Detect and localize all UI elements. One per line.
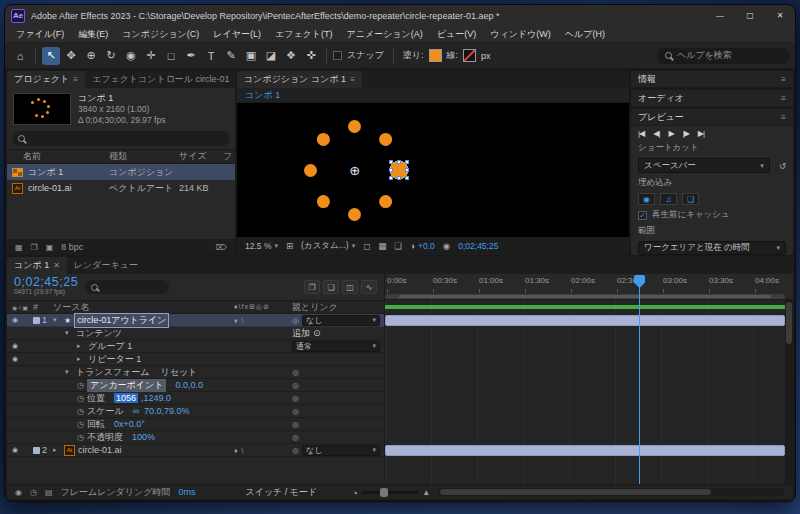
stopwatch-icon[interactable]: ◷: [77, 420, 84, 429]
zoom-out-mountain-icon[interactable]: ▲: [353, 489, 358, 495]
tab-composition[interactable]: コンポジション コンポ 1 ≡: [237, 71, 362, 88]
resolution-select[interactable]: (カスタム...) ▾: [301, 240, 355, 252]
selection-tool-icon[interactable]: ↖: [42, 47, 60, 65]
current-timecode[interactable]: 0;02;45;25: [14, 277, 78, 287]
opacity-label[interactable]: 不透明度: [87, 431, 123, 444]
rotation-label[interactable]: 回転: [87, 418, 105, 431]
timeline-zoom-control[interactable]: ▲ ▲: [353, 488, 430, 497]
composition-mini-flowchart-icon[interactable]: ❐: [304, 280, 320, 294]
close-button[interactable]: ✕: [765, 5, 795, 26]
repeater1-row[interactable]: ◉ ▸ リピーター 1: [7, 353, 384, 366]
menu-view[interactable]: ビュー(V): [430, 28, 483, 41]
menu-file[interactable]: ファイル(F): [9, 28, 71, 41]
graph-editor-icon[interactable]: ∿: [361, 280, 377, 294]
project-search-input[interactable]: [12, 131, 230, 146]
selection-handle[interactable]: [405, 168, 409, 172]
tab-audio[interactable]: オーディオ: [638, 92, 684, 105]
expand-arrow-icon[interactable]: ▸: [53, 446, 61, 454]
scale-value[interactable]: 70.0,79.0%: [144, 406, 190, 416]
puppet-tool-icon[interactable]: ✜: [302, 47, 320, 65]
label-color-chip[interactable]: [33, 447, 40, 454]
pen-tool-icon[interactable]: ✒: [182, 47, 200, 65]
selection-handle[interactable]: [389, 176, 393, 180]
home-tool-icon[interactable]: ⌂: [11, 47, 29, 65]
fill-color-swatch[interactable]: [429, 49, 442, 62]
project-row-ai[interactable]: Ai circle-01.ai ベクトルアート 214 KB: [7, 180, 235, 196]
layer2-duration-bar[interactable]: [385, 445, 785, 456]
layer-row-1[interactable]: ◉ 1 ▾ ★ circle-01アウトライン ♦ \ ◎ なし ▾: [7, 314, 384, 327]
new-composition-icon[interactable]: ▣: [46, 243, 54, 252]
pick-whip-icon[interactable]: ◎: [292, 407, 299, 416]
toggle-transfer-icon[interactable]: ▤: [45, 488, 53, 497]
menu-help[interactable]: ヘルプ(H): [558, 28, 612, 41]
maximize-button[interactable]: ▢: [735, 5, 765, 26]
layer-row-2[interactable]: ◉ 2 ▸ Ai circle-01.ai ♦ \ ◎ なし ▾: [7, 444, 384, 457]
pan-behind-tool-icon[interactable]: ✛: [142, 47, 160, 65]
type-tool-icon[interactable]: T: [202, 47, 220, 65]
timeline-track-area[interactable]: 0:00s 00:30s 01:00s 01:30s 02:00s 02:30s…: [385, 274, 793, 484]
panel-menu-icon[interactable]: ≡: [73, 75, 78, 84]
eye-icon[interactable]: ◉: [12, 342, 18, 349]
mask-visibility-icon[interactable]: ❏: [394, 241, 402, 251]
blend-mode-select[interactable]: 通常 ▾: [292, 341, 380, 352]
snapshot-camera-icon[interactable]: ◉: [443, 241, 450, 251]
camera-tool-icon[interactable]: ◉: [122, 47, 140, 65]
stopwatch-icon[interactable]: ◷: [77, 381, 84, 390]
previous-frame-button[interactable]: ◀|: [653, 129, 659, 138]
exposure-control[interactable]: ◑ +0.0: [410, 241, 435, 251]
zoom-slider-thumb[interactable]: [380, 488, 388, 497]
column-file[interactable]: フ: [223, 150, 235, 163]
viewer-timecode[interactable]: 0;02;45;25: [458, 241, 498, 251]
group1-row[interactable]: ◉ ▸ グループ 1 通常 ▾: [7, 340, 384, 353]
switches-modes-button[interactable]: スイッチ / モード: [245, 486, 317, 499]
brush-tool-icon[interactable]: ✎: [222, 47, 240, 65]
stopwatch-icon[interactable]: ◷: [77, 433, 84, 442]
panel-menu-icon[interactable]: ≡: [781, 113, 786, 122]
switches-column[interactable]: ♦\fx⊞◎⊘: [234, 303, 292, 311]
render-time-icon[interactable]: ◷: [30, 488, 37, 497]
comp-dot[interactable]: [314, 130, 332, 148]
timeline-search-input[interactable]: [85, 280, 169, 294]
anchor-point-label[interactable]: アンカーポイント: [87, 379, 166, 392]
contents-group-row[interactable]: ▾ コンテンツ 追加⊙: [7, 327, 384, 340]
scrollbar-thumb[interactable]: [786, 302, 792, 344]
selection-handle[interactable]: [405, 176, 409, 180]
pick-whip-icon[interactable]: ◎: [292, 446, 299, 455]
anchor-point-icon[interactable]: ⊕: [349, 164, 360, 177]
menu-composition[interactable]: コンポジション(C): [115, 28, 206, 41]
help-search-input[interactable]: ヘルプを検索: [657, 48, 789, 64]
tab-project[interactable]: プロジェクト ≡: [7, 71, 85, 88]
position-y-value[interactable]: ,1249.0: [141, 393, 171, 403]
zoom-in-mountain-icon[interactable]: ▲: [422, 488, 430, 497]
layer1-duration-bar[interactable]: [385, 315, 785, 326]
pick-whip-icon[interactable]: ◎: [292, 433, 299, 442]
menu-edit[interactable]: 編集(E): [71, 28, 115, 41]
pick-whip-icon[interactable]: ◎: [292, 394, 299, 403]
transform-group-row[interactable]: ▾ トランスフォーム リセット ◎: [7, 366, 384, 379]
trash-icon[interactable]: ⌦: [216, 243, 227, 252]
pick-whip-icon[interactable]: ◎: [292, 368, 299, 377]
anchor-point-value[interactable]: 0.0,0.0: [175, 380, 203, 390]
column-name[interactable]: 名前: [7, 150, 109, 163]
reset-shortcut-icon[interactable]: ↺: [779, 161, 786, 171]
selection-handle[interactable]: [397, 176, 401, 180]
lock-column-icon[interactable]: ▣: [22, 304, 28, 311]
scrollbar-thumb[interactable]: [440, 489, 711, 495]
selected-shape[interactable]: [391, 162, 407, 178]
cache-before-playback-checkbox[interactable]: ✓: [638, 211, 647, 220]
tab-timeline-comp1[interactable]: コンポ 1 ✕: [7, 257, 67, 274]
tab-render-queue[interactable]: レンダーキュー: [67, 257, 145, 274]
interpret-footage-icon[interactable]: ▦: [15, 243, 23, 252]
opacity-row[interactable]: ◷ 不透明度 100% ◎: [7, 431, 384, 444]
close-tab-icon[interactable]: ✕: [53, 261, 60, 270]
snap-checkbox[interactable]: [333, 51, 342, 60]
position-row[interactable]: ◷ 位置 1056 ,1249.0 ◎: [7, 392, 384, 405]
video-column-icon[interactable]: ◉: [12, 304, 17, 311]
zoom-select[interactable]: 12.5 % ▾: [245, 241, 278, 251]
range-select[interactable]: ワークエリアと現在 の時間 ▾: [638, 241, 786, 255]
selection-handle[interactable]: [389, 160, 393, 164]
comp-name[interactable]: コンポ 1: [78, 93, 165, 104]
minimize-button[interactable]: —: [705, 5, 735, 26]
next-frame-button[interactable]: |▶: [683, 129, 689, 138]
eraser-tool-icon[interactable]: ◪: [262, 47, 280, 65]
